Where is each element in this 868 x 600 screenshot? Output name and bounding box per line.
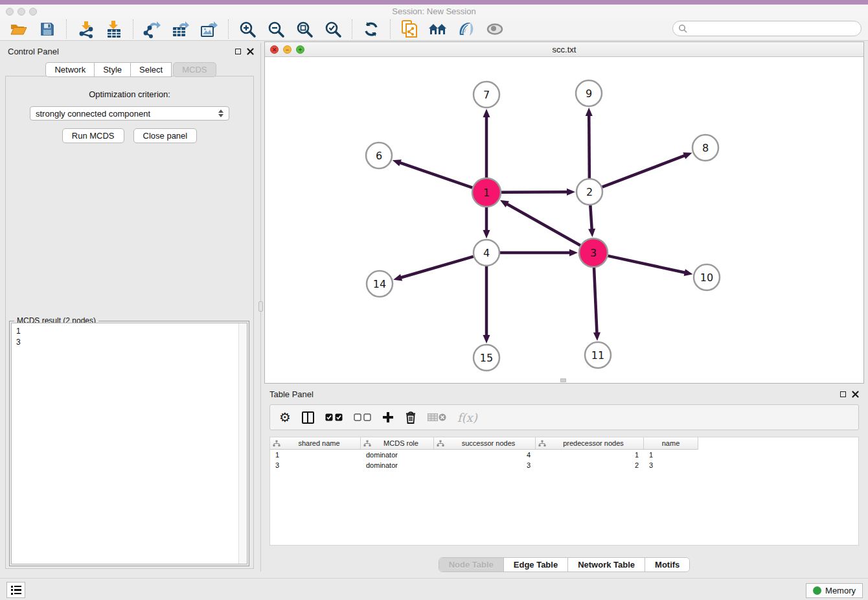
edge-2-9[interactable] [589,115,589,178]
optimization-criterion-value: strongly connected component [36,109,150,119]
homes-icon [428,21,448,37]
memory-status-icon [813,586,821,595]
search-input[interactable] [687,22,861,35]
column-header-shared-name[interactable]: shared name [270,437,361,450]
delete-column-button[interactable] [405,411,417,424]
mcds-panel: Optimization criterion: strongly connect… [5,76,254,569]
edge-4-14[interactable] [400,257,474,278]
export-table-icon [172,20,190,38]
clone-network-button[interactable] [398,19,420,39]
table-panel: Table Panel ⚙ [264,386,864,577]
control-panel-float-icon[interactable] [235,49,241,54]
optimization-criterion-label: Optimization criterion: [6,89,253,99]
cell-shared-name[interactable]: 1 [270,450,361,460]
cell-predecessor-nodes[interactable]: 2 [536,460,644,470]
open-folder-icon [10,21,28,37]
toolbar-search[interactable] [672,21,862,36]
tab-motifs[interactable]: Motifs [645,558,689,571]
column-header-predecessor-nodes[interactable]: predecessor nodes [536,437,644,450]
run-mcds-button[interactable]: Run MCDS [62,128,124,143]
cell-MCDS-role[interactable]: dominator [361,450,434,460]
tab-style[interactable]: Style [94,62,130,77]
table-settings-button[interactable]: ⚙ [279,411,291,424]
table-row-1[interactable]: 1dominator411 [270,450,858,460]
import-network-button[interactable] [74,19,97,39]
tab-edge-table[interactable]: Edge Table [504,558,568,571]
add-column-button[interactable] [382,411,394,423]
function-builder-button-disabled[interactable]: f(x) [457,411,477,424]
deselect-all-columns-button[interactable] [354,413,371,421]
tab-mcds[interactable]: MCDS [173,62,216,77]
zoom-selected-button[interactable] [322,19,344,39]
table-panel-close-icon[interactable] [852,391,859,398]
cell-MCDS-role[interactable]: dominator [361,460,434,470]
memory-label: Memory [825,586,856,595]
export-network-button[interactable] [141,19,163,39]
zoom-out-icon [268,21,285,38]
edge-arrowhead [683,152,692,159]
app-title: Session: New Session [0,6,868,16]
edge-1-2[interactable] [501,192,568,192]
network-window-titlebar[interactable]: ✕ − + scc.txt [265,42,863,57]
cell-successor-nodes[interactable]: 4 [434,450,536,460]
cell-name[interactable]: 1 [644,450,698,460]
save-session-button[interactable] [36,19,58,39]
column-label: predecessor nodes [546,439,641,447]
refresh-view-button[interactable] [360,19,382,39]
delete-table-button-disabled[interactable] [428,413,446,421]
open-file-button[interactable] [8,19,30,39]
edge-3-1[interactable] [506,203,580,246]
edge-arrowhead [393,159,402,166]
panel-divider-grip[interactable] [258,301,263,312]
network-hscroll-thumb[interactable] [560,378,566,382]
network-graph[interactable]: 7968124314101511 [265,57,863,383]
hierarchy-icon [363,440,371,447]
hierarchy-icon [273,440,280,447]
edge-2-8[interactable] [602,156,686,187]
show-hide-button[interactable] [484,19,506,39]
tab-select[interactable]: Select [130,62,172,77]
memory-button[interactable]: Memory [806,583,863,598]
circle-x-icon [439,413,446,421]
zoom-out-button[interactable] [265,19,287,39]
edge-3-11[interactable] [594,268,597,334]
column-label: MCDS role [371,439,431,447]
column-header-successor-nodes[interactable]: successor nodes [434,437,536,450]
control-panel-close-icon[interactable] [247,48,254,55]
home-layout-button[interactable] [427,19,449,39]
export-table-button[interactable] [170,19,192,39]
mcds-result-area[interactable]: 1 3 [11,323,247,564]
optimization-criterion-select[interactable]: strongly connected component [30,106,229,121]
select-all-columns-button[interactable] [325,413,343,421]
edge-2-3[interactable] [590,205,591,230]
tab-network-table[interactable]: Network Table [568,558,645,571]
tab-network[interactable]: Network [45,62,94,77]
mcds-result-scrollbar[interactable] [238,323,247,564]
export-image-button[interactable] [198,19,220,39]
tab-node-table[interactable]: Node Table [439,558,504,571]
close-panel-button[interactable]: Close panel [133,128,198,143]
zoom-fit-button[interactable] [293,19,315,39]
network-canvas[interactable]: 7968124314101511 [265,57,863,383]
edge-1-6[interactable] [399,163,472,188]
column-header-MCDS-role[interactable]: MCDS role [361,437,434,450]
cell-successor-nodes[interactable]: 3 [434,460,536,470]
checked-box-icon [325,413,333,421]
task-history-button[interactable] [6,582,25,598]
mcds-result-text: 1 3 [12,323,238,564]
cell-shared-name[interactable]: 3 [270,460,361,470]
cell-name[interactable]: 3 [644,460,698,470]
import-table-button[interactable] [103,19,125,39]
table-panel-float-icon[interactable] [840,391,846,397]
node-table[interactable]: shared nameMCDS rolesuccessor nodesprede… [269,437,859,546]
column-header-name[interactable]: name [644,437,698,450]
edge-3-10[interactable] [608,256,685,273]
apply-style-button[interactable] [455,19,477,39]
zoom-in-icon [239,21,257,38]
toggle-column-panel-button[interactable] [302,411,314,424]
zoom-in-button[interactable] [236,19,258,39]
cell-predecessor-nodes[interactable]: 1 [536,450,644,460]
control-panel-tabs: NetworkStyleSelectMCDS [45,62,216,77]
hierarchy-icon [437,440,444,447]
table-row-2[interactable]: 3dominator323 [270,460,858,470]
